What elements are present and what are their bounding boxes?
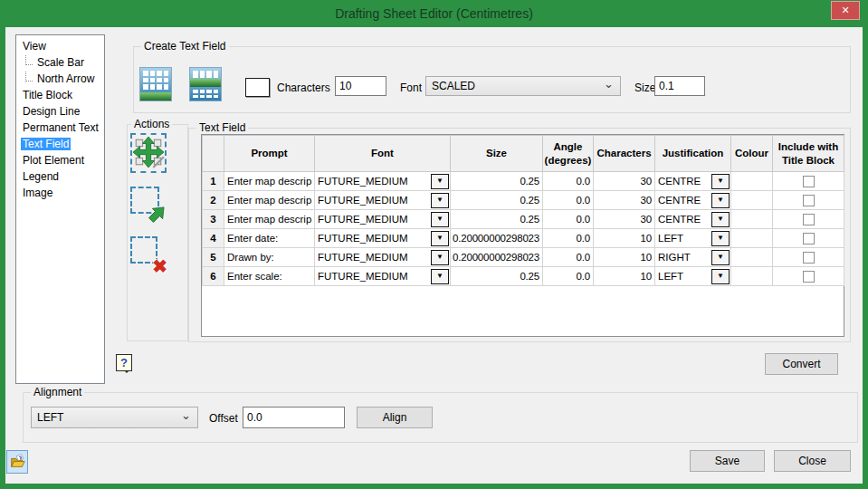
font-cell[interactable]: FUTURE_MEDIUM▼ — [315, 172, 451, 191]
row-number[interactable]: 5 — [203, 248, 224, 267]
characters-input[interactable] — [335, 76, 386, 96]
prompt-cell[interactable]: Enter map descrip — [224, 210, 315, 229]
row-number[interactable]: 4 — [203, 229, 224, 248]
colour-cell[interactable] — [731, 210, 773, 229]
size-cell[interactable]: 0.25 — [451, 172, 543, 191]
prompt-cell[interactable]: Drawn by: — [224, 248, 315, 267]
size-cell[interactable]: 0.25 — [451, 210, 543, 229]
colour-swatch-button[interactable] — [245, 78, 270, 97]
justification-dropdown-button[interactable]: ▼ — [711, 231, 730, 246]
convert-button[interactable]: Convert — [765, 353, 838, 375]
characters-cell[interactable]: 10 — [594, 229, 655, 248]
font-dropdown-button[interactable]: ▼ — [431, 193, 449, 208]
include-cell[interactable] — [773, 210, 844, 229]
colour-cell[interactable] — [731, 248, 773, 267]
font-dropdown-button[interactable]: ▼ — [431, 250, 449, 265]
font-dropdown-button[interactable]: ▼ — [431, 212, 449, 227]
colour-cell[interactable] — [731, 267, 773, 286]
characters-cell[interactable]: 10 — [594, 267, 655, 286]
justification-dropdown-button[interactable]: ▼ — [711, 193, 730, 208]
justification-dropdown-button[interactable]: ▼ — [711, 250, 730, 265]
size-cell[interactable]: 0.20000000298023 — [451, 229, 543, 248]
justification-cell[interactable]: LEFT▼ — [655, 229, 731, 248]
font-cell[interactable]: FUTURE_MEDIUM▼ — [315, 210, 451, 229]
angle-cell[interactable]: 0.0 — [543, 229, 594, 248]
include-cell[interactable] — [773, 172, 844, 191]
include-cell[interactable] — [773, 267, 844, 286]
prompt-cell[interactable]: Enter map descrip — [224, 172, 315, 191]
close-window-button[interactable]: ✕ — [831, 1, 860, 20]
open-file-button[interactable] — [6, 450, 28, 474]
colour-cell[interactable] — [731, 172, 773, 191]
angle-cell[interactable]: 0.0 — [543, 248, 594, 267]
justification-cell[interactable]: RIGHT▼ — [655, 248, 731, 267]
include-checkbox[interactable] — [803, 214, 815, 225]
justification-cell[interactable]: LEFT▼ — [655, 267, 731, 286]
sidebar-item-title-block[interactable]: Title Block — [16, 87, 104, 103]
row-number[interactable]: 2 — [203, 191, 224, 210]
characters-cell[interactable]: 30 — [594, 172, 655, 191]
justification-cell[interactable]: CENTRE▼ — [655, 191, 731, 210]
include-checkbox[interactable] — [803, 252, 815, 264]
justification-cell[interactable]: CENTRE▼ — [655, 210, 731, 229]
close-button[interactable]: Close — [774, 450, 851, 472]
angle-cell[interactable]: 0.0 — [543, 191, 594, 210]
sidebar-item-image[interactable]: Image — [16, 185, 104, 201]
sidebar-item-permanent-text[interactable]: Permanent Text — [16, 120, 104, 136]
font-cell[interactable]: FUTURE_MEDIUM▼ — [315, 229, 451, 248]
alignment-select[interactable]: LEFT ⌄ — [31, 407, 198, 428]
prompt-cell[interactable]: Enter date: — [224, 229, 315, 248]
angle-cell[interactable]: 0.0 — [543, 267, 594, 286]
font-cell[interactable]: FUTURE_MEDIUM▼ — [315, 248, 451, 267]
sidebar-item-scale-bar[interactable]: Scale Bar — [16, 54, 104, 71]
sidebar-item-view[interactable]: View — [16, 38, 104, 54]
font-cell[interactable]: FUTURE_MEDIUM▼ — [315, 267, 451, 286]
sidebar-item-plot-element[interactable]: Plot Element — [16, 152, 104, 168]
include-checkbox[interactable] — [803, 271, 815, 283]
justification-cell[interactable]: CENTRE▼ — [655, 172, 731, 191]
colour-cell[interactable] — [731, 229, 773, 248]
justification-dropdown-button[interactable]: ▼ — [711, 269, 730, 284]
save-button[interactable]: Save — [690, 450, 765, 472]
font-select[interactable]: SCALED ⌄ — [425, 76, 621, 96]
font-dropdown-button[interactable]: ▼ — [431, 174, 449, 189]
include-checkbox[interactable] — [803, 176, 815, 187]
help-button[interactable]: ? — [116, 354, 132, 371]
create-text-field-middle-band-button[interactable] — [189, 67, 222, 101]
justification-dropdown-button[interactable]: ▼ — [711, 212, 730, 227]
include-checkbox[interactable] — [803, 195, 815, 206]
size-cell[interactable]: 0.25 — [451, 191, 543, 210]
create-text-field-bottom-band-button[interactable] — [139, 67, 172, 101]
include-cell[interactable] — [773, 229, 844, 248]
include-checkbox[interactable] — [803, 233, 815, 244]
prompt-cell[interactable]: Enter scale: — [224, 267, 315, 286]
justification-dropdown-button[interactable]: ▼ — [711, 174, 730, 189]
characters-cell[interactable]: 30 — [594, 210, 655, 229]
font-dropdown-button[interactable]: ▼ — [431, 269, 449, 284]
sidebar-item-text-field[interactable]: Text Field — [16, 136, 104, 152]
size-input[interactable] — [654, 76, 705, 96]
include-cell[interactable] — [773, 248, 844, 267]
sidebar-item-design-line[interactable]: Design Line — [16, 103, 104, 120]
offset-input[interactable] — [243, 407, 345, 428]
row-number[interactable]: 3 — [203, 210, 224, 229]
characters-cell[interactable]: 10 — [594, 248, 655, 267]
include-cell[interactable] — [773, 191, 844, 210]
size-cell[interactable]: 0.20000000298023 — [451, 248, 543, 267]
delete-text-field-button[interactable]: ✖ — [130, 236, 167, 274]
prompt-cell[interactable]: Enter map descrip — [224, 191, 315, 210]
characters-cell[interactable]: 30 — [594, 191, 655, 210]
row-number[interactable]: 6 — [203, 267, 224, 286]
align-button[interactable]: Align — [357, 407, 433, 428]
row-number[interactable]: 1 — [203, 172, 224, 191]
sidebar-item-north-arrow[interactable]: North Arrow — [16, 71, 104, 87]
angle-cell[interactable]: 0.0 — [543, 172, 594, 191]
colour-cell[interactable] — [731, 191, 773, 210]
font-cell[interactable]: FUTURE_MEDIUM▼ — [315, 191, 451, 210]
sidebar-item-legend[interactable]: Legend — [16, 168, 104, 185]
move-text-field-button[interactable] — [130, 133, 167, 173]
font-dropdown-button[interactable]: ▼ — [431, 231, 449, 246]
copy-text-field-button[interactable] — [130, 187, 167, 223]
size-cell[interactable]: 0.25 — [451, 267, 543, 286]
angle-cell[interactable]: 0.0 — [543, 210, 594, 229]
